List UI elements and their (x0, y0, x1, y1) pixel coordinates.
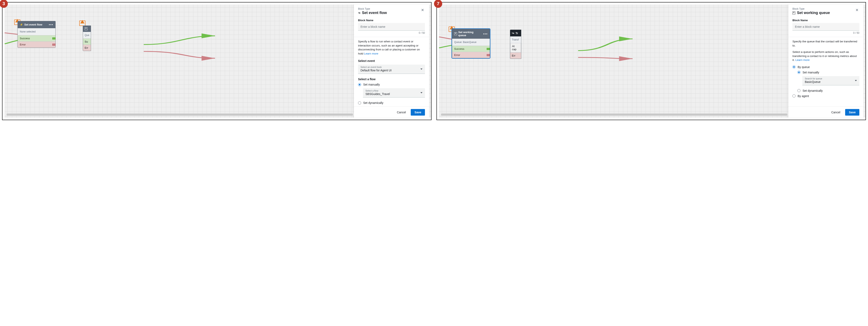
learn-more-link[interactable]: Learn more (364, 52, 378, 55)
radio-icon (358, 101, 361, 104)
cancel-button[interactable]: Cancel (830, 109, 842, 116)
peek-subtitle: Transf (510, 36, 521, 43)
flow-block-peek[interactable]: Que Su Err (83, 26, 91, 51)
save-button[interactable]: Save (411, 109, 425, 116)
output-port-error[interactable]: Error (452, 52, 490, 58)
radio-icon (797, 89, 801, 92)
char-counter: 0 / 50 (793, 31, 859, 34)
block-name-input[interactable] (358, 23, 425, 31)
radio-icon (793, 65, 796, 68)
chevron-down-icon (421, 68, 423, 70)
block-title: Set working queue (458, 31, 482, 37)
radio-set-dynamically[interactable]: Set dynamically (358, 101, 425, 104)
description-text: Specify a flow to run when a contact eve… (358, 39, 425, 56)
block-subtitle: Queue: BasicQueue (452, 39, 490, 46)
radio-set-dynamically[interactable]: Set dynamically (797, 89, 859, 92)
select-event-label: Select event (358, 59, 425, 63)
drag-handle-icon[interactable]: ••• (483, 32, 488, 36)
block-name-input[interactable] (793, 23, 859, 31)
block-name-label: Block Name (358, 19, 425, 22)
description-text-1: Specify the queue that the contact will … (793, 39, 859, 47)
cancel-button[interactable]: Cancel (396, 109, 407, 116)
flow-block-set-working-queue[interactable]: Set working queue ••• Queue: BasicQueue … (452, 29, 490, 58)
learn-more-link[interactable]: Learn more (795, 58, 809, 62)
radio-by-agent[interactable]: By agent (793, 94, 859, 98)
chevron-down-icon (421, 92, 423, 93)
scrollbar-horizontal[interactable] (441, 113, 787, 116)
radio-set-manually[interactable]: Set manually (797, 71, 859, 74)
block-type-label: Block Type (358, 7, 387, 10)
block-title: Set event flow (24, 23, 42, 26)
block-type-label: Block Type (793, 7, 830, 10)
block-properties-panel: Block Type ≒ Set event flow ✕ Block Name… (354, 4, 429, 118)
drag-handle-icon[interactable]: ••• (49, 23, 53, 26)
output-port-error[interactable]: Error (18, 41, 55, 47)
peek-out-success: Su (83, 38, 91, 45)
queue-dropdown[interactable]: Search for queue BasicQueue (802, 76, 859, 85)
char-counter: 0 / 50 (358, 31, 425, 34)
output-port-success[interactable]: Success (18, 35, 55, 41)
chevron-down-icon (855, 80, 857, 81)
save-button[interactable]: Save (845, 109, 859, 116)
peek-subtitle: Que (83, 32, 91, 38)
transfer-icon (512, 31, 514, 35)
event-hook-dropdown[interactable]: Select an event hook Default flow for Ag… (358, 65, 425, 74)
scrollbar-horizontal[interactable] (7, 113, 353, 116)
block-properties-panel: Block Type Set working queue ✕ Block Nam… (788, 4, 864, 118)
panel-title: Set working queue (797, 11, 830, 15)
flow-block-transfer-peek[interactable]: Tr Transf At cap Err (510, 30, 521, 59)
peek-out-cap: At cap (510, 43, 521, 53)
flow-dropdown[interactable]: Select a flow SBSGuides_Travel (363, 88, 425, 97)
close-icon[interactable]: ✕ (420, 7, 425, 13)
radio-icon (793, 94, 796, 97)
block-subtitle: None selected (18, 28, 55, 35)
flow-icon (20, 23, 23, 26)
peek-out-error: Err (510, 53, 521, 59)
output-port-success[interactable]: Success (452, 46, 490, 52)
block-name-label: Block Name (793, 19, 859, 22)
peek-out-error: Err (83, 45, 91, 51)
panel-title: Set event flow (362, 11, 387, 15)
radio-icon (797, 71, 801, 74)
queue-icon (454, 32, 457, 35)
radio-set-manually[interactable]: Set manually (358, 83, 425, 86)
flow-icon: ≒ (358, 11, 360, 14)
select-flow-label: Select a flow (358, 77, 425, 81)
radio-by-queue[interactable]: By queue (793, 65, 859, 69)
flow-block-set-event-flow[interactable]: Set event flow ••• None selected Success… (18, 21, 56, 48)
radio-icon (358, 83, 361, 86)
queue-icon (793, 11, 795, 14)
close-icon[interactable]: ✕ (855, 7, 859, 13)
queue-icon (85, 27, 88, 30)
description-text-2: Select a queue to perform actions on, su… (793, 50, 859, 62)
